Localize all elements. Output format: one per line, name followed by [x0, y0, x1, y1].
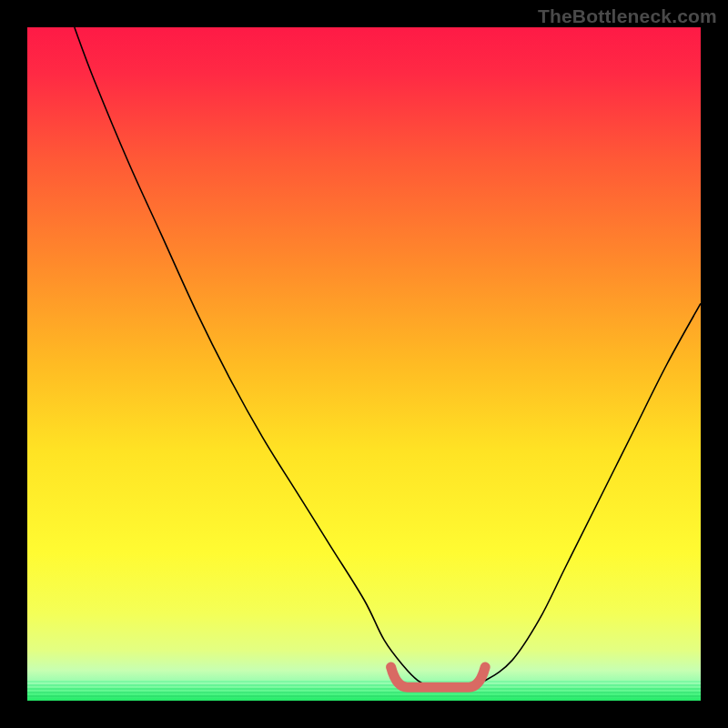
- svg-rect-1: [27, 684, 701, 686]
- svg-rect-4: [27, 695, 701, 697]
- svg-rect-2: [27, 688, 701, 690]
- bottleneck-chart: [27, 27, 701, 701]
- svg-rect-3: [27, 692, 701, 693]
- svg-rect-0: [27, 681, 701, 682]
- chart-frame: TheBottleneck.com: [0, 0, 728, 728]
- watermark-text: TheBottleneck.com: [538, 5, 717, 27]
